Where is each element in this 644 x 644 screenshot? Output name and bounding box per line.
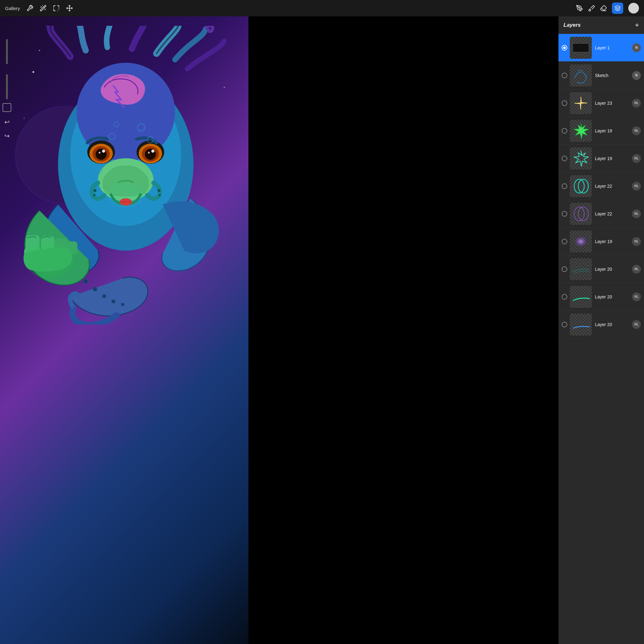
svg-point-40 <box>102 294 106 298</box>
gallery-button[interactable]: Gallery <box>5 6 20 11</box>
svg-point-25 <box>151 150 154 153</box>
svg-point-19 <box>102 150 105 153</box>
undo-button[interactable]: ↩ <box>4 118 10 126</box>
svg-point-24 <box>145 149 156 160</box>
svg-point-38 <box>84 279 88 284</box>
magic-button[interactable] <box>40 5 47 12</box>
svg-point-41 <box>112 300 115 303</box>
redo-button[interactable]: ↪ <box>4 132 10 140</box>
svg-point-42 <box>121 303 124 306</box>
toolbar: Gallery <box>0 0 322 16</box>
svg-point-30 <box>93 194 96 197</box>
canvas-image <box>0 16 248 322</box>
svg-point-18 <box>96 149 107 160</box>
svg-point-49 <box>107 183 144 207</box>
svg-point-20 <box>99 152 101 154</box>
toolbar-left: Gallery <box>5 5 322 12</box>
left-sidebar: ↩ ↪ <box>0 33 14 322</box>
svg-point-9 <box>224 87 225 88</box>
transform-button[interactable] <box>66 5 73 12</box>
selection-button[interactable] <box>53 5 60 12</box>
svg-point-31 <box>158 189 161 192</box>
wrench-button[interactable] <box>26 5 33 12</box>
canvas-area[interactable]: ↩ ↪ <box>0 16 248 322</box>
svg-point-11 <box>32 71 34 73</box>
svg-point-50 <box>24 241 74 279</box>
svg-point-39 <box>93 287 97 291</box>
color-swatch[interactable] <box>3 103 11 112</box>
svg-point-6 <box>39 50 40 51</box>
svg-point-32 <box>158 194 161 197</box>
brush-size-slider[interactable] <box>6 39 8 64</box>
opacity-slider[interactable] <box>6 74 8 99</box>
svg-point-26 <box>148 152 150 154</box>
svg-point-10 <box>24 118 25 119</box>
svg-point-29 <box>93 189 97 192</box>
